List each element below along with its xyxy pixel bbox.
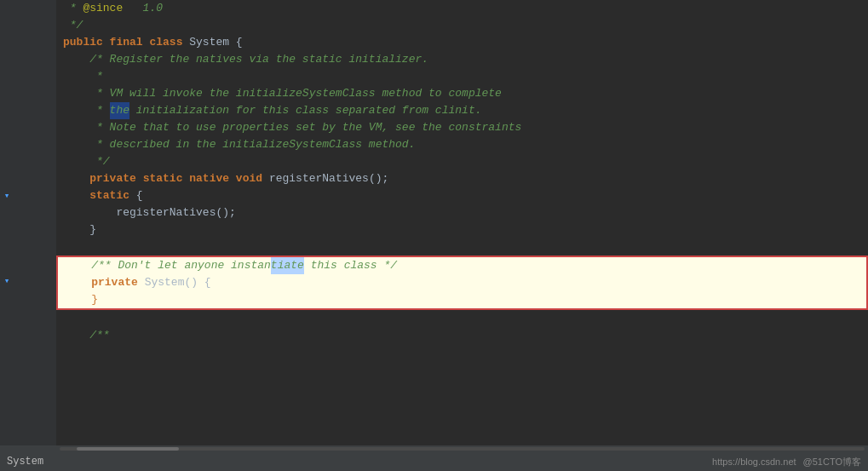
code-line: */ (63, 17, 861, 34)
bottom-left: System (7, 456, 43, 468)
code-token: } (63, 221, 96, 238)
code-line: static { (63, 187, 861, 204)
code-line: public final class System { (63, 34, 861, 51)
line-num (32, 119, 49, 136)
margin-icon (0, 238, 14, 256)
code-line: /** (63, 327, 861, 344)
code-token: @since (83, 0, 123, 17)
code-line: */ (63, 153, 861, 170)
code-token: void (236, 170, 269, 187)
margin-icon (0, 136, 14, 153)
code-token-highlighted: the (110, 102, 129, 119)
code-line: registerNatives(); (63, 204, 861, 221)
margin-icon (0, 85, 14, 102)
line-num (32, 102, 49, 119)
margin-icon (0, 68, 14, 85)
class-name-label: System (7, 456, 43, 468)
code-token: registerNatives(); (269, 170, 388, 187)
line-num (32, 187, 49, 204)
code-token (63, 187, 89, 204)
code-line-highlighted: private System() { (65, 274, 859, 291)
margin-icon (0, 119, 14, 136)
code-area: ▾ ▾ (0, 0, 868, 445)
code-line (63, 310, 861, 327)
code-token: * VM will invoke the initializeSystemCla… (63, 85, 502, 102)
code-line: * the initialization for this class sepa… (63, 102, 861, 119)
code-content[interactable]: * @since 1.0 */ public final class Syste… (56, 0, 868, 445)
code-token: /** Don't let anyone instan (65, 257, 271, 274)
margin-icon (0, 290, 14, 307)
scrollbar-thumb[interactable] (77, 447, 179, 451)
code-token (63, 310, 70, 327)
code-line: * Note that to use properties set by the… (63, 119, 861, 136)
code-token: */ (63, 17, 83, 34)
margin-icon (0, 0, 14, 17)
margin-icon (0, 51, 14, 68)
line-num (32, 17, 49, 34)
margin-icon (0, 204, 14, 221)
bottom-bar: System https://blog.csdn.net @51CTO博客 (0, 452, 868, 471)
code-token: registerNatives(); (63, 204, 236, 221)
margin-icon (0, 324, 14, 341)
highlighted-block: /** Don't let anyone instantiate this cl… (56, 256, 868, 310)
code-token: { (129, 187, 143, 204)
code-token: native (189, 170, 236, 187)
code-token: System { (189, 34, 242, 51)
code-line: * (63, 68, 861, 85)
code-token: /* Register the natives via the static i… (63, 51, 428, 68)
margin-icon (0, 102, 14, 119)
code-token: public (63, 34, 110, 51)
code-token: } (65, 291, 98, 308)
margin-icon (0, 153, 14, 170)
line-num (32, 273, 49, 290)
code-token-selected: tiate (271, 257, 304, 274)
margin-icon (0, 170, 14, 187)
fold-icon[interactable]: ▾ (0, 187, 14, 204)
code-token (63, 170, 89, 187)
line-num (32, 290, 49, 307)
code-token: * (63, 0, 83, 17)
code-token (63, 238, 70, 256)
code-token: static (89, 187, 129, 204)
line-num (32, 136, 49, 153)
line-numbers (14, 0, 56, 445)
code-token: this class */ (304, 257, 397, 274)
code-token: private (89, 170, 142, 187)
line-num (32, 238, 49, 256)
scrollbar-track (60, 447, 865, 451)
margin-icon (0, 307, 14, 324)
line-num (32, 0, 49, 17)
code-token: class (149, 34, 189, 51)
line-num (32, 51, 49, 68)
code-line (63, 238, 861, 256)
line-num (32, 68, 49, 85)
margin-icon (0, 256, 14, 273)
watermark-url: https://blog.csdn.net (712, 457, 796, 467)
code-token: /** (63, 327, 110, 344)
code-token: final (110, 34, 150, 51)
code-line: /* Register the natives via the static i… (63, 51, 861, 68)
code-token: * (63, 68, 103, 85)
code-token: static (143, 170, 190, 187)
line-num (32, 307, 49, 324)
editor-container: ▾ ▾ (0, 0, 868, 471)
code-token: 1.0 (123, 0, 163, 17)
code-token: * Note that to use properties set by the… (63, 119, 521, 136)
line-num (32, 324, 49, 341)
code-line-highlighted: } (65, 291, 859, 308)
fold-icon[interactable]: ▾ (0, 273, 14, 290)
code-token: System() { (145, 274, 211, 291)
code-line: * VM will invoke the initializeSystemCla… (63, 85, 861, 102)
horizontal-scrollbar[interactable] (0, 445, 868, 452)
line-num (32, 85, 49, 102)
left-margin: ▾ ▾ (0, 0, 14, 445)
code-token: * described in the initializeSystemClass… (63, 136, 415, 153)
code-token (65, 274, 91, 291)
code-token: */ (63, 153, 110, 170)
code-line: * @since 1.0 (63, 0, 861, 17)
code-line: private static native void registerNativ… (63, 170, 861, 187)
code-token: private (91, 274, 144, 291)
code-token: initialization for this class separated … (129, 102, 481, 119)
margin-icon (0, 221, 14, 238)
margin-icon (0, 34, 14, 51)
